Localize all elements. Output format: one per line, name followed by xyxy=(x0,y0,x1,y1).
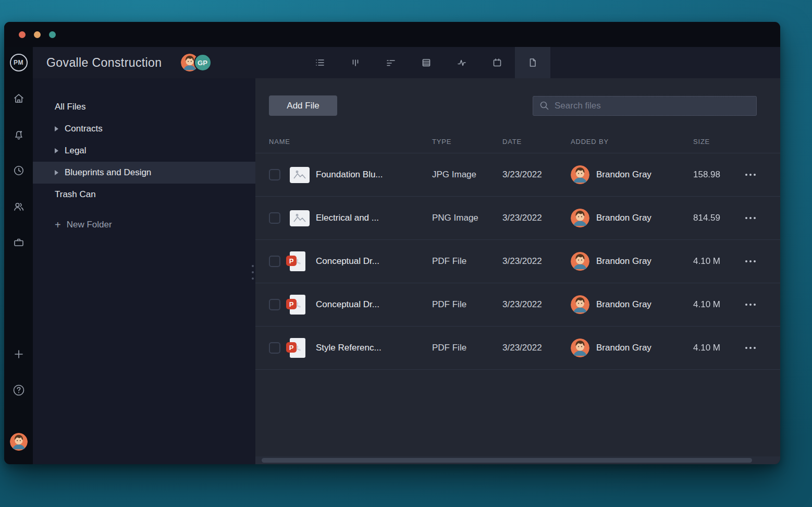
row-checkbox[interactable] xyxy=(269,342,280,354)
app-header: PM Govalle Construction GP xyxy=(4,47,780,78)
sidebar-item-legal[interactable]: Legal xyxy=(33,140,255,162)
help-icon[interactable] xyxy=(11,382,27,398)
file-date: 3/23/2022 xyxy=(502,299,571,310)
gantt-view-icon[interactable] xyxy=(373,47,409,78)
calendar-view-icon[interactable] xyxy=(479,47,515,78)
row-more-button[interactable] xyxy=(744,171,757,179)
sheet-view-icon[interactable] xyxy=(409,47,444,78)
file-size: 4.10 M xyxy=(693,343,736,353)
row-more-button[interactable] xyxy=(744,300,757,309)
caret-right-icon[interactable] xyxy=(55,126,58,131)
caret-right-icon[interactable] xyxy=(55,170,58,175)
caret-right-icon[interactable] xyxy=(55,148,58,153)
added-by-name: Brandon Gray xyxy=(596,299,651,310)
sidebar-item-label: Trash Can xyxy=(55,189,96,200)
sidebar-item-blueprints-and-design[interactable]: Blueprints and Design xyxy=(33,162,255,184)
column-header-size[interactable]: SIZE xyxy=(693,138,736,146)
file-name[interactable]: Conceptual Dr... xyxy=(316,256,432,267)
new-folder-label: New Folder xyxy=(67,220,112,230)
add-file-button[interactable]: Add File xyxy=(269,95,337,116)
search-input[interactable] xyxy=(555,101,750,111)
image-file-icon xyxy=(290,167,310,183)
sidebar-item-contracts[interactable]: Contracts xyxy=(33,118,255,140)
column-header-added-by[interactable]: ADDED BY xyxy=(571,138,693,146)
file-added-by: Brandon Gray xyxy=(571,252,693,271)
sidebar-item-trash-can[interactable]: Trash Can xyxy=(33,184,255,206)
file-size: 814.59 xyxy=(693,213,736,223)
file-date: 3/23/2022 xyxy=(502,343,571,353)
project-members[interactable]: GP xyxy=(181,54,212,71)
add-plus-icon[interactable] xyxy=(11,346,27,362)
table-header: NAME TYPE DATE ADDED BY SIZE xyxy=(255,130,780,153)
home-icon[interactable] xyxy=(11,91,27,106)
team-icon[interactable] xyxy=(11,199,27,214)
header-bar: Govalle Construction GP xyxy=(33,47,780,78)
file-date: 3/23/2022 xyxy=(502,170,571,180)
window-maximize-button[interactable] xyxy=(49,31,56,38)
file-added-by: Brandon Gray xyxy=(571,209,693,227)
file-name[interactable]: Style Referenc... xyxy=(316,343,432,353)
window-minimize-button[interactable] xyxy=(34,31,41,38)
file-name[interactable]: Foundation Blu... xyxy=(316,170,432,180)
row-checkbox[interactable] xyxy=(269,299,280,310)
board-view-icon[interactable] xyxy=(338,47,373,78)
project-title: Govalle Construction xyxy=(46,56,162,70)
user-avatar xyxy=(571,295,589,314)
file-type: PDF File xyxy=(432,343,502,353)
file-name[interactable]: Conceptual Dr... xyxy=(316,299,432,310)
list-view-icon[interactable] xyxy=(302,47,338,78)
files-view-icon[interactable] xyxy=(515,47,550,78)
file-date: 3/23/2022 xyxy=(502,256,571,267)
file-size: 4.10 M xyxy=(693,256,736,267)
row-checkbox[interactable] xyxy=(269,169,280,180)
file-added-by: Brandon Gray xyxy=(571,165,693,184)
pm-logo[interactable]: PM xyxy=(10,54,28,71)
added-by-name: Brandon Gray xyxy=(596,343,651,353)
column-header-name[interactable]: NAME xyxy=(269,138,432,146)
file-name[interactable]: Electrical and ... xyxy=(316,213,432,223)
row-more-button[interactable] xyxy=(744,257,757,265)
window-close-button[interactable] xyxy=(19,31,26,38)
table-row[interactable]: Electrical and ... PNG Image 3/23/2022 B… xyxy=(255,197,780,240)
app-logo-cell: PM xyxy=(4,47,33,78)
file-added-by: Brandon Gray xyxy=(571,295,693,314)
sidebar-item-all-files[interactable]: All Files xyxy=(33,96,255,118)
user-avatar xyxy=(571,339,589,357)
app-body: All Files Contracts Legal Blueprints and… xyxy=(4,78,780,464)
sidebar-item-label: All Files xyxy=(55,102,86,112)
sidebar-resize-handle[interactable] xyxy=(252,265,254,280)
added-by-name: Brandon Gray xyxy=(596,170,651,180)
pdf-badge: P xyxy=(286,256,297,266)
row-checkbox[interactable] xyxy=(269,256,280,267)
user-avatar[interactable] xyxy=(10,433,28,451)
column-header-type[interactable]: TYPE xyxy=(432,138,502,146)
sidebar-item-label: Contracts xyxy=(65,124,103,134)
file-date: 3/23/2022 xyxy=(502,213,571,223)
notifications-bell-icon[interactable] xyxy=(11,127,27,142)
horizontal-scrollbar xyxy=(255,456,780,464)
pdf-file-icon: P xyxy=(290,251,305,271)
recent-clock-icon[interactable] xyxy=(11,163,27,178)
pdf-file-icon: P xyxy=(290,338,305,358)
portfolio-briefcase-icon[interactable] xyxy=(11,235,27,250)
user-avatar xyxy=(571,252,589,271)
new-folder-button[interactable]: + New Folder xyxy=(33,214,255,236)
member-badge[interactable]: GP xyxy=(194,54,212,71)
row-more-button[interactable] xyxy=(744,214,757,222)
table-row[interactable]: P Conceptual Dr... PDF File 3/23/2022 Br… xyxy=(255,283,780,327)
search-icon xyxy=(539,101,549,111)
search-box[interactable] xyxy=(533,96,757,116)
files-main-panel: Add File NAME TYPE DATE ADDED BY SIZE xyxy=(255,78,780,464)
horizontal-scrollbar-thumb[interactable] xyxy=(262,458,752,463)
column-header-date[interactable]: DATE xyxy=(502,138,571,146)
activity-view-icon[interactable] xyxy=(444,47,479,78)
plus-icon: + xyxy=(55,219,61,231)
row-more-button[interactable] xyxy=(744,344,757,352)
table-row[interactable]: Foundation Blu... JPG Image 3/23/2022 Br… xyxy=(255,153,780,197)
window-titlebar xyxy=(4,22,780,47)
row-checkbox[interactable] xyxy=(269,212,280,224)
table-row[interactable]: P Conceptual Dr... PDF File 3/23/2022 Br… xyxy=(255,240,780,283)
table-row[interactable]: P Style Referenc... PDF File 3/23/2022 B… xyxy=(255,327,780,370)
actions-row: Add File xyxy=(255,78,780,116)
file-size: 4.10 M xyxy=(693,299,736,310)
